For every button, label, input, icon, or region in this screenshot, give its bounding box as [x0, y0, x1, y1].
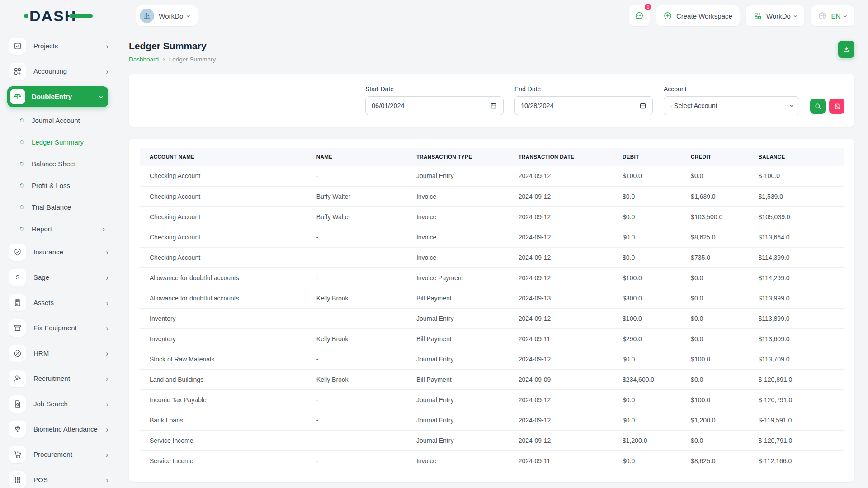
- messages-button[interactable]: 0: [629, 5, 650, 26]
- sidebar-subitem-profit-loss[interactable]: Profit & Loss: [0, 174, 117, 196]
- sidebar-subitem-label: Balance Sheet: [32, 160, 117, 168]
- sidebar-item-accounting[interactable]: Accounting›: [9, 59, 108, 84]
- table-row: InventoryKelly BrookBill Payment2024-09-…: [140, 328, 844, 349]
- table-cell: Checking Account: [140, 206, 316, 227]
- table-cell: -: [316, 410, 416, 430]
- table-cell: Buffy Walter: [316, 186, 416, 206]
- sidebar-item-doubleentry[interactable]: DoubleEntry›: [7, 86, 108, 107]
- sidebar-subitem-journal-account[interactable]: Journal Account: [0, 109, 117, 131]
- table-cell: $300.0: [623, 288, 691, 308]
- sidebar-item-insurance[interactable]: Insurance›: [9, 239, 108, 265]
- end-date-field: End Date 10/28/2024: [514, 85, 653, 115]
- table-cell: 2024-09-12: [519, 166, 623, 186]
- table-cell: $100.0: [691, 389, 758, 410]
- sidebar-subitem-balance-sheet[interactable]: Balance Sheet: [0, 153, 117, 174]
- table-cell: $100.0: [623, 166, 691, 186]
- table-cell: $0.0: [691, 267, 758, 288]
- calendar-icon: [490, 102, 497, 109]
- table-cell: -: [316, 308, 416, 328]
- table-cell: 2024-09-12: [519, 247, 623, 267]
- table-cell: -: [316, 166, 416, 186]
- end-date-input[interactable]: 10/28/2024: [514, 96, 653, 115]
- sidebar-item-projects[interactable]: Projects›: [9, 33, 108, 59]
- sidebar-item-recruitment[interactable]: Recruitment›: [9, 366, 108, 391]
- end-date-label: End Date: [514, 85, 653, 93]
- table-cell: $0.0: [623, 227, 691, 247]
- sidebar-item-sage[interactable]: SSage›: [9, 265, 108, 290]
- table-cell: Journal Entry: [416, 430, 519, 450]
- table-row: Checking Account-Invoice2024-09-12$0.0$7…: [140, 247, 844, 267]
- reset-filter-button[interactable]: [829, 99, 844, 114]
- app-logo: DASH: [29, 7, 93, 25]
- breadcrumb-dashboard-link[interactable]: Dashboard: [129, 56, 159, 63]
- sidebar-item-label: Sage: [33, 273, 106, 282]
- sidebar-item-label: Insurance: [33, 248, 106, 257]
- chevron-down-icon: ›: [98, 95, 106, 98]
- topbar: DASH WorkDo › 0 Create Workspace WorkDo: [0, 0, 868, 32]
- double-entry-icon: [10, 89, 25, 104]
- svg-text:S: S: [16, 274, 19, 281]
- table-cell: -: [316, 267, 416, 288]
- table-cell: Bill Payment: [416, 369, 519, 389]
- accounting-icon: [9, 63, 26, 80]
- table-cell: $-120,791.0: [759, 430, 844, 450]
- start-date-input[interactable]: 06/01/2024: [365, 96, 504, 115]
- table-cell: $0.0: [691, 288, 758, 308]
- create-workspace-label: Create Workspace: [676, 12, 732, 20]
- chevron-right-icon: ›: [106, 451, 108, 459]
- sidebar-item-fix-equipment[interactable]: Fix Equipment›: [9, 315, 108, 341]
- download-button[interactable]: [838, 41, 854, 58]
- sidebar-item-hrm[interactable]: HRM›: [9, 341, 108, 366]
- table-cell: Kelly Brook: [316, 288, 416, 308]
- biometric-attendance-icon: [9, 421, 26, 438]
- table-cell: 2024-09-12: [519, 410, 623, 430]
- table-cell: Service Income: [140, 430, 316, 450]
- notification-badge: 0: [644, 3, 652, 11]
- sidebar-subitem-ledger-summary[interactable]: Ledger Summary: [0, 131, 117, 153]
- sidebar-item-procurement[interactable]: Procurement›: [9, 442, 108, 467]
- chevron-right-icon: ›: [106, 249, 108, 256]
- procurement-icon: [9, 446, 26, 463]
- table-header-row: ACCOUNT NAMENAMETRANSACTION TYPETRANSACT…: [140, 148, 844, 166]
- sidebar-item-biometric-attendance[interactable]: Biometric Attendance›: [9, 417, 108, 442]
- workspace-selector[interactable]: WorkDo ›: [136, 5, 198, 26]
- create-workspace-button[interactable]: Create Workspace: [656, 5, 740, 26]
- table-row: Checking AccountBuffy WalterInvoice2024-…: [140, 186, 844, 206]
- sidebar-subitem-report[interactable]: Report›: [0, 218, 117, 239]
- sidebar-item-assets[interactable]: Assets›: [9, 290, 108, 315]
- table-cell: Allowance for doubtful accounts: [140, 288, 316, 308]
- sidebar-item-pos[interactable]: POS›: [9, 467, 108, 488]
- table-cell: $8,625.0: [691, 227, 758, 247]
- language-selector[interactable]: EN ›: [811, 5, 854, 26]
- table-row: Checking Account-Invoice2024-09-12$0.0$8…: [140, 227, 844, 247]
- table-cell: Inventory: [140, 308, 316, 328]
- sidebar-nav: Projects›Accounting›DoubleEntry›Journal …: [0, 32, 117, 488]
- projects-icon: [9, 38, 26, 55]
- workspace-avatar: [140, 9, 154, 23]
- bullet-icon: [19, 139, 24, 145]
- table-cell: $113,664.0: [759, 227, 844, 247]
- chevron-right-icon: ›: [106, 68, 108, 75]
- sidebar-item-label: Biometric Attendance: [33, 425, 106, 434]
- table-cell: $103,500.0: [691, 206, 758, 227]
- sidebar-subitem-label: Profit & Loss: [32, 182, 117, 189]
- workdo-menu-button[interactable]: WorkDo ›: [746, 5, 805, 26]
- sidebar-subitem-label: Report: [32, 225, 102, 233]
- chevron-down-icon: ›: [185, 14, 193, 17]
- apply-filter-button[interactable]: [810, 99, 826, 114]
- table-cell: 2024-09-11: [519, 450, 623, 471]
- sidebar-subitem-label: Trial Balance: [32, 203, 117, 211]
- table-cell: Kelly Brook: [316, 369, 416, 389]
- table-cell: $8,625.0: [691, 450, 758, 471]
- table-cell: 2024-09-12: [519, 308, 623, 328]
- clear-filter-icon: [833, 103, 841, 110]
- hrm-icon: [9, 345, 26, 362]
- table-cell: $234,600.0: [623, 369, 691, 389]
- sidebar-subitem-trial-balance[interactable]: Trial Balance: [0, 196, 117, 218]
- sidebar-subitem-label: Journal Account: [32, 117, 117, 124]
- table-cell: 2024-09-12: [519, 206, 623, 227]
- table-cell: -: [316, 389, 416, 410]
- account-select[interactable]: - Select Account ›: [664, 96, 799, 115]
- sidebar-item-job-search[interactable]: Job Search›: [9, 391, 108, 417]
- chevron-down-icon: ›: [792, 14, 800, 17]
